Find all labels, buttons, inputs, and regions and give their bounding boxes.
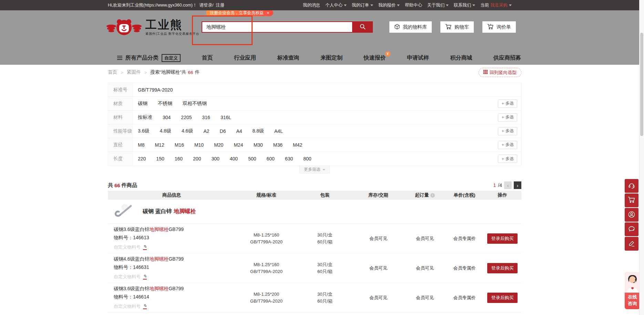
filter-option[interactable]: M16 [175,142,184,148]
filter-option[interactable]: D6 [220,128,226,134]
user-center-button[interactable] [625,208,638,222]
online-service-line1: 在线 [625,294,640,300]
info-icon[interactable]: i [430,193,435,198]
nav-item-quick-quote[interactable]: 快速报价 ¥ [364,54,386,62]
topbar-menu-orders[interactable]: 我的订单 [352,2,373,8]
search-input[interactable] [202,21,352,33]
edit-icon [628,240,635,248]
product-thumbnail[interactable] [114,203,133,220]
breadcrumb-home[interactable]: 首页 [108,69,117,75]
message-chat-button[interactable] [625,222,638,236]
filter-option[interactable]: 400 [230,156,238,161]
breadcrumb-category[interactable]: 紧固件 [127,69,141,75]
filter-option[interactable]: M10 [194,142,204,148]
register-link[interactable]: 注册 [216,2,224,8]
topbar-menu-profile[interactable]: 个人中心 [325,2,347,8]
back-to-vertical-select-button[interactable]: 回到竖向选型 [479,68,521,77]
filter-option[interactable]: 630 [285,156,293,161]
filter-option[interactable]: 800 [303,156,311,161]
filter-option[interactable]: GB/T799A-2020 [138,87,173,93]
filter-option[interactable]: M12 [155,142,164,148]
multi-select-button[interactable]: 多选 [498,155,517,163]
topbar-menu-messages[interactable]: 我的消息 [303,2,320,8]
filter-option[interactable]: 160 [175,156,183,161]
close-icon[interactable]: × [267,11,269,15]
filter-option[interactable]: 304 [163,115,171,120]
product-name[interactable]: 碳钢4.6级蓝白锌地脚螺栓GB799 [114,256,235,262]
filter-option[interactable]: 不锈钢 [158,101,172,107]
product-name[interactable]: 碳钢3.6级蓝白锌地脚螺栓GB799 [114,286,235,292]
topbar-menu-contact[interactable]: 联系我们 [454,2,475,8]
nav-item-custom-drawing[interactable]: 来图定制 [320,54,343,62]
menu-label: 联系我们 [454,2,471,8]
floating-sidebar [625,179,638,251]
filter-option[interactable]: 316L [221,115,231,120]
customer-service-button[interactable] [625,179,638,193]
topbar-menu-help[interactable]: 帮助中心 [405,2,422,8]
nav-item-points-mall[interactable]: 积分商城 [450,54,472,62]
login-to-buy-button[interactable]: 登录后购买 [487,233,518,244]
login-link[interactable]: 请登录/ [199,2,213,8]
nav-item-home[interactable]: 首页 [202,54,213,62]
login-to-buy-button[interactable]: 登录后购买 [487,263,518,273]
online-service-widget[interactable]: 在线 咨询 [624,271,641,310]
scrollbar-thumb[interactable] [640,33,643,136]
filter-option[interactable]: 220 [138,156,146,161]
filter-option[interactable]: M36 [273,142,283,148]
nav-item-supplier-recruit[interactable]: 供应商招募 [493,54,521,62]
filter-option[interactable]: 300 [211,156,219,161]
next-page-button[interactable] [514,181,521,189]
multi-select-button[interactable]: 多选 [498,141,517,149]
chevron-down-icon [370,4,373,6]
filter-option[interactable]: 碳钢 [138,101,147,107]
edit-pencil-icon[interactable] [143,274,147,280]
multi-select-button[interactable]: 多选 [498,127,517,135]
custom-badge[interactable]: 自定义 [162,54,181,62]
filter-option[interactable]: 150 [156,156,164,161]
filter-option[interactable]: 500 [248,156,256,161]
filter-option[interactable]: A2 [203,128,209,134]
nav-item-standard-query[interactable]: 标准查询 [277,54,299,62]
prev-page-button[interactable] [504,181,512,189]
filter-option[interactable]: M42 [293,142,302,148]
filter-option[interactable]: A4L [274,128,283,134]
filter-option[interactable]: M20 [214,142,223,148]
filter-option[interactable]: 按标准 [138,114,152,120]
filter-option[interactable]: M24 [234,142,243,148]
multi-select-button[interactable]: 多选 [498,113,517,122]
filter-option[interactable]: A4 [236,128,242,134]
filter-option[interactable]: 4.6级 [182,128,193,134]
filter-option[interactable]: 200 [193,156,201,161]
all-categories-menu[interactable]: 所有产品分类 自定义 [117,54,181,62]
more-filters-button[interactable]: 更多筛选 [299,166,330,174]
logo[interactable]: 工业熊 紧固件|工业品 数字化交易服务平台 [106,17,200,38]
filter-option[interactable]: 8.8级 [253,128,264,134]
filter-option[interactable]: 600 [267,156,275,161]
filter-option[interactable]: 3.6级 [138,128,149,134]
filter-option[interactable]: 2205 [181,115,192,120]
filter-option[interactable]: M30 [254,142,263,148]
filter-option[interactable]: M8 [138,142,144,148]
edit-pencil-icon[interactable] [143,244,147,250]
scrollbar-track[interactable] [639,0,644,315]
filter-option[interactable]: 双相不锈钢 [183,101,207,107]
cart-button[interactable]: 购物车 [440,21,474,33]
login-to-buy-button[interactable]: 登录后购买 [487,293,518,303]
edit-pencil-icon[interactable] [143,304,147,309]
product-name[interactable]: 碳钢3.6级蓝白锌地脚螺栓GB799 [114,227,235,233]
filter-option[interactable]: 316 [202,115,210,120]
topbar-menu-about[interactable]: 关于我们 [427,2,449,8]
filter-option[interactable]: 4.8级 [160,128,171,134]
product-group-header[interactable]: 碳钢 蓝白锌 地脚螺栓 [108,200,521,224]
topbar-current-role[interactable]: 当前 我是采购 [480,2,512,8]
nav-item-industry-application[interactable]: 行业应用 [234,54,256,62]
topbar-menu-quotes[interactable]: 我的报价 [378,2,400,8]
search-button[interactable] [352,21,373,33]
sidebar-cart-button[interactable] [625,193,638,207]
my-materials-button[interactable]: 我的物料库 [389,21,432,33]
nav-item-sample-request[interactable]: 申请试样 [407,54,429,62]
inquiry-button[interactable]: 询价单 [482,21,516,33]
pack-carton: 60只/箱 [297,239,352,245]
feedback-edit-button[interactable] [625,237,638,251]
multi-select-button[interactable]: 多选 [498,99,517,108]
